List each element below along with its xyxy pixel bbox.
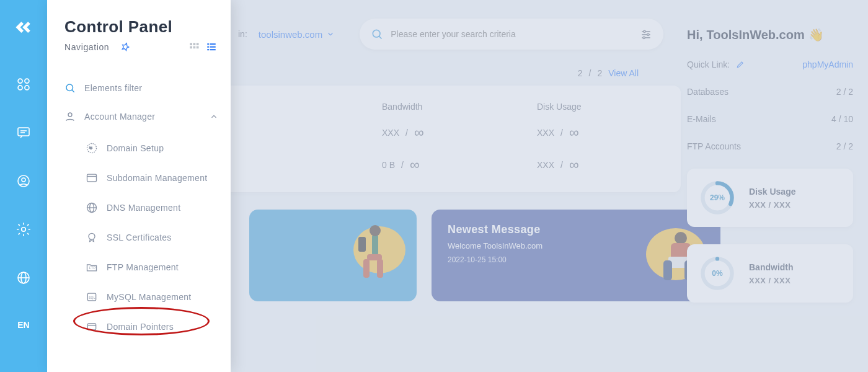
infinity-icon: ∞ [414, 128, 424, 137]
subitem-label: Domain Pointers [107, 322, 174, 332]
col-bandwidth: Bandwidth [382, 102, 537, 112]
pin-icon[interactable] [120, 42, 130, 52]
svg-rect-13 [190, 43, 192, 45]
dashboard-icon[interactable] [15, 76, 32, 93]
svg-point-34 [89, 233, 95, 239]
subitem-label: Subdomain Management [107, 173, 207, 183]
svg-rect-17 [193, 46, 196, 49]
gauge-title: Bandwidth [749, 262, 794, 272]
pager-sep: / [589, 68, 591, 78]
svg-rect-20 [210, 43, 216, 45]
ftp-folder-icon: FTP [86, 261, 98, 273]
svg-rect-18 [197, 46, 199, 49]
kv-row: E-Mails4 / 10 [687, 114, 853, 124]
infinity-icon: ∞ [410, 161, 420, 169]
quicklink-phpmyadmin[interactable]: phpMyAdmin [802, 60, 853, 69]
col-diskusage: Disk Usage [537, 102, 681, 112]
section-label: Account Manager [84, 112, 155, 122]
infinity-icon: ∞ [569, 128, 579, 137]
search-box[interactable] [360, 19, 663, 50]
right-column: Hi, ToolsInWeb.com 👋 Quick Link: phpMyAd… [687, 27, 853, 303]
elements-filter-input[interactable]: Elements filter [64, 82, 218, 94]
subitem-label: FTP Management [107, 262, 179, 272]
user-icon [64, 111, 76, 122]
svg-rect-49 [372, 234, 378, 255]
subitem-subdomain-management[interactable]: Subdomain Management [64, 163, 218, 193]
gauge-values: XXX / XXX [749, 276, 794, 285]
subitem-label: SSL Certificates [107, 232, 172, 242]
filter-placeholder: Elements filter [84, 83, 142, 93]
svg-rect-21 [207, 46, 209, 48]
left-rail: EN [0, 0, 47, 372]
svg-rect-54 [358, 237, 366, 252]
person-illustration-icon [336, 216, 410, 290]
svg-point-3 [25, 86, 29, 90]
navigation-panel: Control Panel Navigation Elements filter… [47, 0, 231, 372]
svg-point-0 [18, 79, 22, 83]
svg-text:FTP: FTP [89, 266, 96, 270]
section-account-manager[interactable]: Account Manager [64, 111, 218, 122]
view-all-link[interactable]: View All [608, 68, 639, 78]
svg-point-9 [22, 228, 26, 232]
grid-view-icon[interactable] [187, 40, 201, 54]
quicklink-label: Quick Link: [687, 60, 745, 69]
pointer-icon [86, 321, 98, 333]
svg-rect-22 [210, 46, 216, 48]
infinity-icon: ∞ [569, 161, 579, 169]
subitem-domain-pointers[interactable]: Domain Pointers [64, 312, 218, 342]
domain-selected: toolsinweb.com [259, 29, 322, 40]
promo-card[interactable] [249, 210, 417, 301]
greeting: Hi, ToolsInWeb.com 👋 [687, 27, 853, 42]
kv-row: Databases2 / 2 [687, 87, 853, 97]
svg-rect-4 [18, 128, 29, 136]
svg-point-27 [68, 113, 72, 117]
svg-point-2 [18, 86, 22, 90]
gauge-bandwidth: 0% Bandwidth XXX / XXX [687, 244, 853, 303]
svg-rect-16 [190, 46, 192, 49]
subitem-label: DNS Management [107, 203, 180, 213]
list-view-icon[interactable] [205, 40, 218, 54]
panel-title: Control Panel [64, 17, 218, 37]
svg-point-47 [643, 37, 645, 38]
subitem-label: Domain Setup [107, 143, 164, 153]
account-icon[interactable] [15, 172, 32, 190]
subitem-dns-management[interactable]: DNS Management [64, 193, 218, 223]
edit-icon[interactable] [736, 60, 745, 69]
wave-icon: 👋 [808, 27, 824, 42]
gauge-pct: 0% [699, 255, 735, 291]
subitem-ftp-management[interactable]: FTP FTP Management [64, 252, 218, 282]
svg-line-41 [379, 36, 382, 38]
settings-icon[interactable] [15, 221, 32, 238]
svg-point-50 [370, 225, 381, 236]
svg-point-1 [25, 79, 29, 83]
svg-rect-23 [207, 49, 209, 50]
subitem-domain-setup[interactable]: Domain Setup [64, 133, 218, 163]
newest-message-card[interactable]: Newest Message Welcome ToolsInWeb.com 20… [432, 210, 720, 301]
svg-point-45 [647, 33, 649, 35]
search-icon [371, 28, 383, 40]
globe-icon[interactable] [15, 269, 32, 286]
subitem-mysql-management[interactable]: SQL MySQL Management [64, 282, 218, 312]
svg-rect-59 [663, 260, 672, 280]
svg-rect-14 [193, 43, 196, 45]
kv-row: FTP Accounts2 / 2 [687, 141, 853, 151]
chevron-down-icon [326, 30, 335, 38]
svg-point-56 [675, 232, 687, 244]
globe-www-icon [86, 142, 98, 154]
search-input[interactable] [391, 29, 640, 39]
svg-point-8 [22, 178, 25, 182]
domain-selector[interactable]: toolsinweb.com [259, 29, 335, 40]
panel-subtitle: Navigation [64, 42, 109, 52]
subitem-ssl-certificates[interactable]: SSL Certificates [64, 223, 218, 252]
sql-icon: SQL [86, 291, 98, 303]
pager-current: 2 [578, 68, 583, 78]
svg-rect-24 [210, 49, 216, 50]
tune-icon[interactable] [640, 28, 652, 40]
pager-total: 2 [597, 68, 602, 78]
dns-icon [86, 202, 98, 214]
language-switch[interactable]: EN [17, 320, 29, 330]
svg-point-40 [373, 30, 381, 37]
messages-icon[interactable] [15, 124, 32, 141]
gauge-values: XXX / XXX [749, 200, 795, 210]
gauge-pct: 29% [699, 180, 735, 216]
